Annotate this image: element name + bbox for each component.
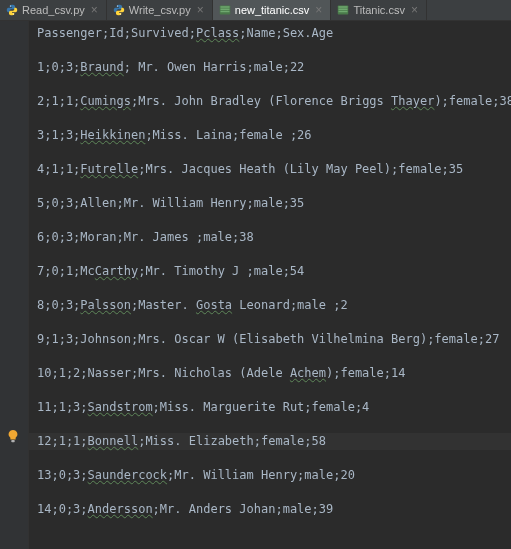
code-line[interactable] (37, 246, 511, 263)
text-segment: 7;0;1;Mc (37, 263, 95, 280)
svg-rect-6 (220, 9, 229, 11)
csv-icon (219, 4, 231, 16)
code-line[interactable]: 8;0;3;Palsson;Master. Gosta Leonard;male… (37, 297, 511, 314)
tab-new-titanic-csv[interactable]: new_titanic.csv× (213, 0, 332, 20)
code-line[interactable] (37, 314, 511, 331)
svg-point-1 (13, 14, 14, 15)
close-icon[interactable]: × (89, 4, 100, 16)
code-line[interactable]: Passenger;Id;Survived;Pclass;Name;Sex.Ag… (37, 25, 511, 42)
svg-rect-10 (339, 9, 348, 11)
code-area[interactable]: Passenger;Id;Survived;Pclass;Name;Sex.Ag… (29, 21, 511, 549)
gutter-row (0, 327, 28, 344)
code-line[interactable]: 6;0;3;Moran;Mr. James ;male;38 (37, 229, 511, 246)
code-line[interactable]: 5;0;3;Allen;Mr. William Henry;male;35 (37, 195, 511, 212)
text-segment: 10;1;2;Nasser;Mrs. Nicholas (Adele (37, 365, 290, 382)
gutter-row (0, 225, 28, 242)
code-line[interactable] (37, 450, 511, 467)
close-icon[interactable]: × (195, 4, 206, 16)
gutter-row (0, 276, 28, 293)
text-segment: 2;1;1; (37, 93, 80, 110)
gutter-row (0, 429, 28, 446)
text-segment: 6;0;3;Moran;Mr. James ;male;38 (37, 229, 254, 246)
gutter-row (0, 293, 28, 310)
text-segment: ;Mr. Timothy J ;male;54 (138, 263, 304, 280)
gutter-row (0, 310, 28, 327)
text-segment: ;Name;Sex.Age (239, 25, 333, 42)
code-line[interactable] (37, 42, 511, 59)
tab-read-csv-py[interactable]: Read_csv.py× (0, 0, 107, 20)
gutter-row (0, 378, 28, 395)
gutter-row (0, 463, 28, 480)
tab-bar: Read_csv.py×Write_csv.py×new_titanic.csv… (0, 0, 511, 21)
text-segment: 12;1;1; (37, 433, 88, 450)
code-line[interactable]: 7;0;1;McCarthy;Mr. Timothy J ;male;54 (37, 263, 511, 280)
misspelled-word: Futrelle (80, 161, 138, 178)
code-line[interactable]: 11;1;3;Sandstrom;Miss. Marguerite Rut;fe… (37, 399, 511, 416)
misspelled-word: Saundercock (88, 467, 167, 484)
misspelled-word: Bonnell (88, 433, 139, 450)
gutter (0, 21, 29, 549)
python-icon (113, 4, 125, 16)
code-line[interactable] (37, 280, 511, 297)
gutter-row (0, 208, 28, 225)
code-line[interactable] (37, 382, 511, 399)
text-segment: );female;38 (434, 93, 511, 110)
code-line[interactable] (37, 484, 511, 501)
code-line[interactable]: 9;1;3;Johnson;Mrs. Oscar W (Elisabeth Vi… (37, 331, 511, 348)
code-line[interactable] (37, 144, 511, 161)
misspelled-word: Thayer (391, 93, 434, 110)
misspelled-word: Sandstrom (88, 399, 153, 416)
editor: Passenger;Id;Survived;Pclass;Name;Sex.Ag… (0, 21, 511, 549)
code-line[interactable] (37, 110, 511, 127)
code-line[interactable] (37, 76, 511, 93)
code-line[interactable] (37, 416, 511, 433)
code-line[interactable]: 1;0;3;Braund; Mr. Owen Harris;male;22 (37, 59, 511, 76)
gutter-row (0, 21, 28, 38)
gutter-row (0, 123, 28, 140)
svg-point-0 (10, 5, 11, 6)
misspelled-word: Andersson (88, 501, 153, 518)
text-segment: 5;0;3;Allen;Mr. William Henry;male;35 (37, 195, 304, 212)
gutter-row (0, 89, 28, 106)
misspelled-word: Cumings (80, 93, 131, 110)
misspelled-word: Pclass (196, 25, 239, 42)
intention-bulb[interactable] (6, 429, 20, 443)
code-line[interactable]: 3;1;3;Heikkinen;Miss. Laina;female ;26 (37, 127, 511, 144)
misspelled-word: Palsson (80, 297, 131, 314)
text-segment: 9;1;3;Johnson;Mrs. Oscar W (Elisabeth Vi… (37, 331, 499, 348)
code-line[interactable] (37, 348, 511, 365)
svg-rect-11 (339, 11, 348, 13)
close-icon[interactable]: × (409, 4, 420, 16)
code-line[interactable] (37, 178, 511, 195)
text-segment: ;Miss. Elizabeth;female;58 (138, 433, 326, 450)
text-segment: 14;0;3; (37, 501, 88, 518)
code-line[interactable]: 13;0;3;Saundercock;Mr. William Henry;mal… (37, 467, 511, 484)
text-segment: 4;1;1; (37, 161, 80, 178)
close-icon[interactable]: × (313, 4, 324, 16)
text-segment: ;Mr. William Henry;male;20 (167, 467, 355, 484)
text-segment: ; Mr. Owen Harris;male;22 (124, 59, 305, 76)
text-segment: 8;0;3; (37, 297, 80, 314)
code-line[interactable]: 12;1;1;Bonnell;Miss. Elizabeth;female;58 (29, 433, 511, 450)
tab-write-csv-py[interactable]: Write_csv.py× (107, 0, 213, 20)
gutter-row (0, 72, 28, 89)
text-segment: ;Miss. Marguerite Rut;female;4 (153, 399, 370, 416)
svg-rect-9 (339, 6, 348, 8)
gutter-row (0, 412, 28, 429)
gutter-row (0, 242, 28, 259)
tab-label: Read_csv.py (22, 4, 85, 16)
misspelled-word: Heikkinen (80, 127, 145, 144)
python-icon (6, 4, 18, 16)
code-line[interactable]: 2;1;1;Cumings;Mrs. John Bradley (Florenc… (37, 93, 511, 110)
code-line[interactable] (37, 212, 511, 229)
code-line[interactable]: 10;1;2;Nasser;Mrs. Nicholas (Adele Achem… (37, 365, 511, 382)
text-segment: 11;1;3; (37, 399, 88, 416)
tab-titanic-csv[interactable]: Titanic.csv× (331, 0, 427, 20)
code-line[interactable]: 14;0;3;Andersson;Mr. Anders Johan;male;3… (37, 501, 511, 518)
svg-rect-12 (11, 440, 15, 442)
gutter-row (0, 497, 28, 514)
text-segment: ;Mrs. John Bradley (Florence Briggs (131, 93, 391, 110)
tab-label: Titanic.csv (353, 4, 405, 16)
code-line[interactable]: 4;1;1;Futrelle;Mrs. Jacques Heath (Lily … (37, 161, 511, 178)
bulb-icon[interactable] (6, 429, 20, 443)
